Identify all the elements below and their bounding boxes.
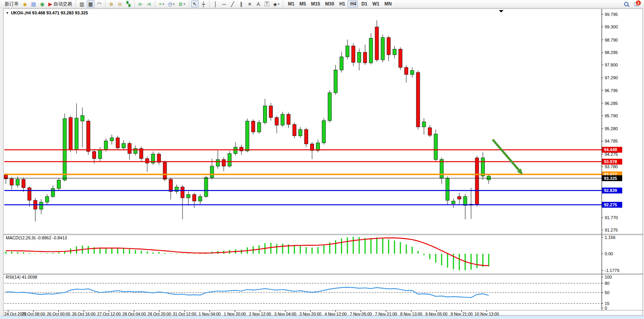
chart-window: 99.79599.30098.79098.29597.80097.29096.7… xyxy=(3,9,643,316)
new-chart-icon[interactable]: +▾ xyxy=(157,0,166,7)
candle-body xyxy=(98,150,102,159)
candle-body xyxy=(75,118,78,150)
zoom-out-icon[interactable]: ⊖ xyxy=(116,0,124,7)
new-order-button[interactable]: 新订单 xyxy=(2,0,20,7)
crosshair-icon[interactable]: ┼ xyxy=(200,0,207,7)
vertical-line-icon[interactable]: │ xyxy=(212,0,219,7)
time-axis-label: 31 Oct 12:00 xyxy=(173,312,196,316)
arrow-annotation[interactable] xyxy=(493,139,523,175)
tf-h1-button[interactable]: H1 xyxy=(337,0,347,7)
candle-body xyxy=(110,138,114,141)
svg-text:99.795: 99.795 xyxy=(605,12,618,17)
time-axis-label: 10 Nov 13:00 xyxy=(475,312,499,316)
channel-icon[interactable]: ∥ xyxy=(237,0,245,7)
text-icon[interactable]: A xyxy=(254,0,262,7)
macd-bar xyxy=(5,251,7,254)
tf-w1-button[interactable]: W1 xyxy=(370,0,381,7)
zoom-in-icon: ⊕ xyxy=(109,2,113,7)
macd-bar xyxy=(459,254,460,270)
market-watch-icon[interactable]: ▤ xyxy=(30,0,37,7)
tf-m30-button[interactable]: M30 xyxy=(323,0,336,7)
candle-body xyxy=(210,166,214,178)
bar-chart-icon[interactable]: ▥ xyxy=(78,0,86,7)
chart-menu-icon[interactable]: ▼ xyxy=(6,11,9,15)
indicators-icon: ≣ xyxy=(179,2,183,7)
macd-bar xyxy=(88,246,89,254)
macd-bar xyxy=(353,237,354,254)
cursor-icon[interactable]: ↖ xyxy=(191,0,199,7)
orders-icon[interactable]: ◆ xyxy=(21,0,29,7)
auto-trading-button-label: 自动交易 xyxy=(53,1,72,7)
macd-bar xyxy=(46,253,47,254)
chevron-down-icon[interactable]: ▾ xyxy=(278,2,279,6)
label-icon[interactable]: T xyxy=(263,0,271,7)
signals-icon[interactable]: ◉ xyxy=(38,0,46,7)
chart-shift-icon[interactable]: ⊲ xyxy=(145,0,153,7)
status-bar xyxy=(0,316,644,319)
macd-bar xyxy=(147,251,148,254)
chart-shift-marker[interactable] xyxy=(499,10,504,12)
time-axis[interactable]: 24 Oct 202225 Oct 08:0026 Oct 00:0026 Oc… xyxy=(4,310,499,316)
market-watch-icon: ▤ xyxy=(31,2,36,7)
tf-m15-button[interactable]: M15 xyxy=(308,0,321,7)
candle-body xyxy=(322,120,326,143)
macd-bar xyxy=(270,243,272,254)
toolbar-group: +▾◷▾≣▾ xyxy=(155,0,189,8)
candle-body xyxy=(22,180,25,188)
candle-body xyxy=(398,49,402,68)
zoom-in-icon[interactable]: ⊕ xyxy=(107,0,115,7)
shapes-icon[interactable]: ◈▾ xyxy=(272,0,281,7)
chevron-down-icon[interactable]: ▾ xyxy=(162,2,164,6)
tf-m5-button[interactable]: M5 xyxy=(297,0,308,7)
svg-text:0: 0 xyxy=(605,306,607,310)
tf-m30-button-label: M30 xyxy=(325,1,334,7)
indicators-icon[interactable]: ≣▾ xyxy=(177,0,187,7)
macd-bar xyxy=(29,253,30,254)
candlestick-chart-icon[interactable]: ▦ xyxy=(87,0,95,7)
candle-body xyxy=(16,180,19,185)
svg-text:98.790: 98.790 xyxy=(605,38,618,42)
candle-body xyxy=(405,68,408,75)
tf-d1-button[interactable]: D1 xyxy=(359,0,369,7)
toolbar-group: ▥▦◠ xyxy=(75,0,105,8)
tile-windows-icon[interactable]: ▚ xyxy=(125,0,132,7)
candle-body xyxy=(128,143,131,153)
macd-bar xyxy=(117,248,118,254)
candle-body xyxy=(375,27,379,60)
candles-layer xyxy=(4,20,491,221)
candle-body xyxy=(275,118,279,126)
chevron-down-icon[interactable]: ▾ xyxy=(184,2,185,6)
chevron-down-icon[interactable]: ▾ xyxy=(173,2,175,6)
candle-body xyxy=(57,180,61,189)
candle-body xyxy=(298,129,302,136)
price-chart[interactable]: 99.79599.30098.79098.29597.80097.29096.7… xyxy=(4,9,643,316)
search-icon[interactable] xyxy=(624,2,628,6)
label-icon: T xyxy=(265,2,269,6)
macd-bar xyxy=(123,248,124,254)
horizontal-line-icon[interactable]: ─ xyxy=(220,0,228,7)
candle-body xyxy=(45,197,49,202)
candle-body xyxy=(269,106,273,118)
auto-trading-button[interactable]: ▶自动交易 xyxy=(47,0,74,7)
trendline-icon[interactable]: ╱ xyxy=(229,0,237,7)
candle-body xyxy=(187,195,190,198)
macd-bar xyxy=(400,242,401,254)
tf-mn-button[interactable]: MN xyxy=(382,0,393,7)
toolbar-group: ⊳⊲ xyxy=(134,0,155,8)
tf-m1-button[interactable]: M1 xyxy=(285,0,296,7)
auto-scroll-icon[interactable]: ⊳ xyxy=(137,0,144,7)
chart-frame xyxy=(4,9,643,310)
svg-text:91.770: 91.770 xyxy=(605,215,618,220)
macd-bar xyxy=(376,237,377,254)
tf-h4-button-label: H4 xyxy=(350,1,356,7)
tile-windows-icon: ▚ xyxy=(126,2,130,7)
candle-body xyxy=(146,159,149,163)
time-axis-label: 25 Oct 08:00 xyxy=(22,312,45,316)
trendline-icon: ╱ xyxy=(231,2,234,7)
fibonacci-icon[interactable]: ≡ xyxy=(246,0,254,7)
line-chart-icon[interactable]: ◠ xyxy=(95,0,103,7)
period-icon[interactable]: ◷▾ xyxy=(167,0,176,7)
tf-h4-button[interactable]: H4 xyxy=(347,0,358,7)
macd-bar xyxy=(382,238,383,254)
time-axis-label: 28 Oct 04:00 xyxy=(123,312,146,316)
